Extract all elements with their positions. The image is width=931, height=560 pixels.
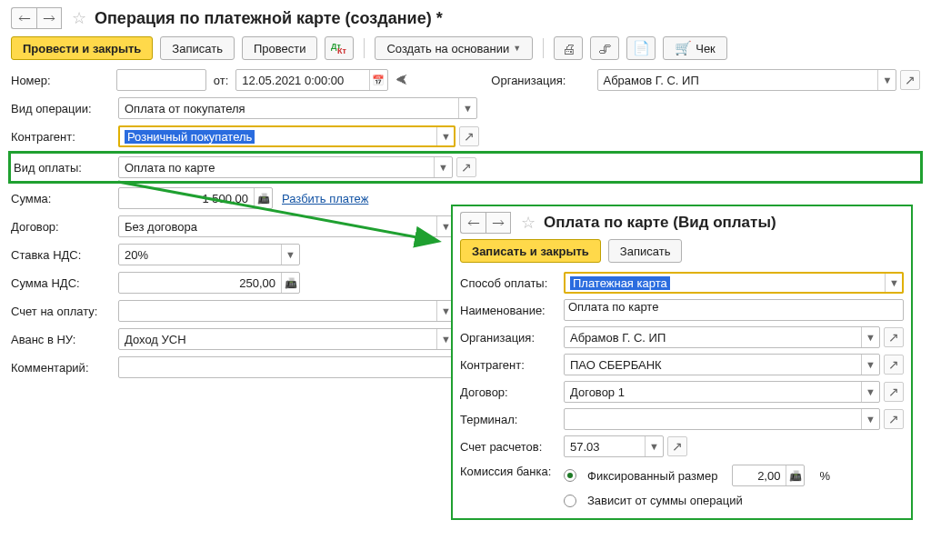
popup-contract-combo[interactable]: Договор 1 ▼: [564, 381, 880, 403]
date-field[interactable]: 12.05.2021 0:00:00 📅: [235, 69, 387, 91]
opt-fixed-label: Фиксированный размер: [587, 469, 717, 483]
date-prev-button[interactable]: ⮜: [392, 70, 412, 90]
commission-value-field[interactable]: 2,00 📠: [732, 465, 805, 486]
row-payment-method: Способ оплаты: Платежная карта ▼: [460, 272, 904, 294]
cheque-label: Чек: [696, 42, 716, 55]
label-number: Номер:: [11, 74, 116, 87]
post-and-close-button[interactable]: Провести и закрыть: [11, 36, 153, 60]
label-contract: Договор:: [11, 220, 118, 234]
payment-type-combo[interactable]: Оплата по карте ▼: [118, 156, 453, 178]
popup-contragent-open-button[interactable]: ↗: [884, 355, 904, 375]
save-button[interactable]: Записать: [608, 239, 683, 263]
dropdown-icon[interactable]: ▼: [885, 273, 903, 293]
popup-terminal-open-button[interactable]: ↗: [884, 409, 904, 429]
label-advance: Аванс в НУ:: [11, 333, 118, 346]
vat-rate-value: 20%: [119, 248, 281, 262]
label-payment-method: Способ оплаты:: [460, 276, 564, 290]
row-number-date-org: Номер: от: 12.05.2021 0:00:00 📅 ⮜ Органи…: [11, 69, 920, 91]
dropdown-icon[interactable]: ▼: [645, 436, 663, 456]
cheque-button[interactable]: 🛒 Чек: [663, 36, 727, 60]
commission-value: 2,00: [733, 469, 786, 483]
popup-contragent-value: ПАО СБЕРБАНК: [565, 358, 861, 372]
popup-toolbar: Записать и закрыть Записать: [460, 239, 904, 263]
org-value: Абрамов Г. С. ИП: [598, 74, 878, 87]
save-and-close-button[interactable]: Записать и закрыть: [460, 239, 601, 263]
amount-field[interactable]: 1 500,00 📠: [118, 187, 273, 209]
dropdown-icon[interactable]: ▼: [458, 98, 476, 118]
dropdown-icon[interactable]: ▼: [436, 126, 455, 146]
main-header: 🡐 🡒 ☆ Операция по платежной карте (созда…: [11, 7, 920, 29]
attachments-button[interactable]: 🖇: [590, 36, 619, 60]
label-popup-terminal: Терминал:: [460, 413, 564, 426]
save-button[interactable]: Записать: [160, 36, 235, 60]
label-payment-type: Вид оплаты:: [14, 161, 118, 175]
dropdown-icon[interactable]: ▼: [281, 245, 299, 265]
popup-org-combo[interactable]: Абрамов Г. С. ИП ▼: [564, 326, 880, 348]
svg-text:Кт: Кт: [337, 46, 346, 55]
opt-depends-on-sum[interactable]: Зависит от суммы операций: [564, 494, 830, 507]
popup-org-open-button[interactable]: ↗: [884, 327, 904, 347]
date-value: 12.05.2021 0:00:00: [236, 74, 368, 87]
row-operation-type: Вид операции: Оплата от покупателя ▼: [11, 97, 920, 119]
dropdown-icon[interactable]: ▼: [861, 409, 879, 429]
post-button[interactable]: Провести: [242, 36, 318, 60]
contragent-combo[interactable]: Розничный покупатель ▼: [118, 125, 455, 147]
popup-contract-value: Договор 1: [565, 385, 861, 399]
invoice-combo[interactable]: ▼: [118, 300, 455, 322]
popup-account-value: 57.03: [565, 440, 645, 454]
print-button[interactable]: 🖨: [554, 36, 583, 60]
advance-combo[interactable]: Доход УСН ▼: [118, 328, 455, 350]
create-on-basis-button[interactable]: Создать на основании ▼: [375, 36, 533, 60]
dropdown-icon[interactable]: ▼: [861, 382, 879, 402]
popup-title: Оплата по карте (Вид оплаты): [544, 214, 776, 232]
favorite-star-icon[interactable]: ☆: [69, 8, 89, 28]
contract-value: Без договора: [119, 220, 436, 234]
label-operation-type: Вид операции:: [11, 102, 118, 115]
vat-rate-combo[interactable]: 20% ▼: [118, 244, 300, 265]
popup-contragent-combo[interactable]: ПАО СБЕРБАНК ▼: [564, 354, 880, 375]
payment-method-combo[interactable]: Платежная карта ▼: [564, 272, 904, 294]
calculator-icon[interactable]: 📠: [786, 465, 804, 485]
registers-button[interactable]: 📄: [626, 36, 656, 60]
nav-back-button[interactable]: 🡐: [460, 212, 486, 234]
dropdown-icon[interactable]: ▼: [434, 157, 452, 177]
label-comment: Комментарий:: [11, 361, 118, 375]
split-payment-link[interactable]: Разбить платеж: [282, 192, 368, 205]
nav-forward-button[interactable]: 🡒: [36, 7, 62, 29]
payment-type-open-button[interactable]: ↗: [456, 157, 476, 177]
comment-field[interactable]: [118, 356, 455, 378]
number-field[interactable]: [116, 69, 206, 91]
label-org: Организация:: [491, 74, 596, 87]
org-open-button[interactable]: ↗: [900, 70, 920, 90]
debit-credit-button[interactable]: Дт Кт: [325, 36, 354, 60]
contract-combo[interactable]: Без договора ▼: [118, 215, 455, 237]
name-field[interactable]: Оплата по карте: [564, 299, 904, 321]
percent-label: %: [819, 469, 830, 483]
org-combo[interactable]: Абрамов Г. С. ИП ▼: [597, 69, 897, 91]
radio-depends-icon: [564, 495, 576, 507]
dropdown-icon[interactable]: ▼: [861, 355, 879, 375]
nav-back-button[interactable]: 🡐: [11, 7, 36, 29]
nav-forward-button[interactable]: 🡒: [486, 212, 511, 234]
favorite-star-icon[interactable]: ☆: [518, 213, 538, 233]
calculator-icon[interactable]: 📠: [254, 188, 272, 208]
calendar-icon[interactable]: 📅: [369, 70, 387, 90]
operation-type-combo[interactable]: Оплата от покупателя ▼: [118, 97, 477, 119]
create-on-basis-label: Создать на основании: [386, 42, 509, 55]
vat-amount-field[interactable]: 250,00 📠: [118, 272, 300, 294]
popup-header: 🡐 🡒 ☆ Оплата по карте (Вид оплаты): [460, 212, 904, 234]
dropdown-icon[interactable]: ▼: [877, 70, 896, 90]
main-toolbar: Провести и закрыть Записать Провести Дт …: [11, 36, 920, 60]
opt-fixed-size[interactable]: Фиксированный размер 2,00 📠 %: [564, 465, 830, 486]
popup-contract-open-button[interactable]: ↗: [884, 382, 904, 402]
row-popup-contragent: Контрагент: ПАО СБЕРБАНК ▼ ↗: [460, 354, 904, 375]
popup-account-combo[interactable]: 57.03 ▼: [564, 435, 664, 457]
label-name: Наименование:: [460, 304, 564, 317]
label-popup-account: Счет расчетов:: [460, 440, 564, 454]
vat-amount-value: 250,00: [119, 276, 281, 290]
dropdown-icon[interactable]: ▼: [861, 327, 879, 347]
popup-account-open-button[interactable]: ↗: [667, 436, 687, 456]
calculator-icon[interactable]: 📠: [281, 273, 299, 293]
contragent-open-button[interactable]: ↗: [459, 126, 479, 146]
popup-terminal-combo[interactable]: ▼: [564, 408, 880, 430]
